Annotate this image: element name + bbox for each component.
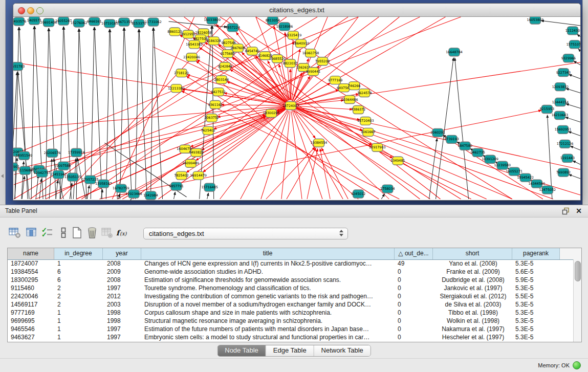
cell-short: Dudbridge et al. (2008) (433, 276, 512, 285)
graph-node-label: 17212126 (557, 142, 574, 146)
graph-node-label: 16961758 (302, 51, 319, 55)
cell-name: 9463627 (8, 334, 54, 342)
column-header-in_degree[interactable]: in_degree (54, 248, 103, 259)
graph-node-label: 13325419 (285, 33, 302, 37)
tab-node-table[interactable]: Node Table (217, 345, 266, 356)
citation-edge-red (221, 105, 285, 106)
graph-node-label: 17359924 (68, 150, 85, 155)
graph-node-label: 17957225 (82, 178, 99, 182)
cell-in_degree: 2 (54, 293, 103, 301)
citation-edge-black (36, 175, 38, 199)
graph-node-label: 2060291 (430, 130, 445, 135)
column-header-out_degree[interactable]: △ out_de... (395, 248, 433, 259)
citation-edge-black (541, 20, 580, 26)
cell-title: Estimation of the future numbers of pati… (141, 325, 395, 334)
column-header-year[interactable]: year (103, 248, 141, 259)
table-row[interactable]: 946362711997Embryonic stem cells: a mode… (8, 334, 581, 342)
graph-node-label: 2803144 (214, 78, 228, 82)
splitter-collapse-icon[interactable] (1, 174, 4, 178)
table-settings-icon[interactable] (8, 226, 21, 239)
status-bar: Memory: OK (0, 358, 588, 372)
function-builder-icon[interactable]: f (x) (116, 226, 129, 239)
cell-short: de Silva et al. (2003) (433, 301, 512, 309)
graph-node-label: 9462735 (470, 150, 485, 155)
citation-edge-red (261, 111, 289, 199)
new-file-icon[interactable] (71, 226, 84, 239)
table-row[interactable]: 969969511998Structural magnetic resonanc… (8, 317, 581, 325)
graph-node-label: 9242844 (218, 64, 232, 69)
citation-edge-black (154, 28, 162, 199)
node-table: namein_degreeyeartitle△ out_de...shortpa… (7, 248, 582, 342)
scrollbar-thumb[interactable] (575, 261, 581, 281)
table-row[interactable]: 1830029562008Estimation of significance … (8, 276, 581, 285)
table-row[interactable]: 1872400712008Changes of HCN gene express… (8, 260, 581, 268)
citation-edge-black (207, 193, 209, 199)
network-graph: 2493576140557120691406160552871527606264… (13, 17, 580, 200)
delete-table-icon (100, 226, 114, 239)
graph-node-label: 12475052 (539, 188, 556, 192)
cell-in_degree: 6 (54, 276, 103, 285)
table-row[interactable]: 1938455462009Genome-wide association stu… (8, 268, 581, 276)
graph-node-label: 18640910 (293, 41, 310, 46)
column-header-short[interactable]: short (433, 248, 512, 259)
cell-name: 18724007 (8, 260, 54, 268)
column-header-name[interactable]: name (8, 248, 54, 259)
table-row[interactable]: 977716911998Corpus callosum shape and si… (8, 309, 581, 317)
graph-node-label: 7825402 (174, 173, 188, 178)
cell-in_degree: 1 (54, 325, 103, 334)
column-header-title[interactable]: title (141, 248, 395, 259)
select-columns-icon[interactable]: ✓ ✓ (41, 226, 54, 239)
cell-year: 1997 (103, 334, 141, 342)
cell-out_degree: 0 (395, 309, 433, 317)
tab-network-table[interactable]: Network Table (314, 345, 371, 356)
network-canvas[interactable]: 2493576140557120691406160552871527606264… (13, 17, 580, 200)
citation-edge-black (570, 146, 580, 150)
cell-out_degree: 0 (395, 276, 433, 285)
cell-short: Yano et al. (2008) (433, 260, 512, 268)
graph-node-label: 6466161 (87, 19, 101, 24)
right-splitter[interactable] (582, 0, 588, 205)
graph-node-label: 2867608 (231, 46, 245, 50)
cell-short: Franke et al. (2009) (433, 268, 512, 276)
memory-status-label: Memory: OK (538, 362, 570, 368)
cell-title: Disruption of a novel member of a sodium… (141, 301, 395, 309)
graph-node-label: 2493576 (13, 19, 26, 24)
graph-node-label: 11731062 (145, 20, 162, 24)
graph-node-label: 9175685 (221, 52, 235, 56)
graph-node-label: 9245012 (351, 192, 365, 196)
left-splitter[interactable] (0, 0, 6, 205)
graph-node-label: 7857224 (226, 26, 240, 30)
delete-trash-icon[interactable] (85, 226, 99, 239)
graph-node-label: 18951549 (16, 154, 33, 158)
row-height-icon[interactable] (57, 226, 70, 239)
network-window-titlebar[interactable]: citations_edges.txt (13, 4, 580, 17)
table-row[interactable]: 2242004622012Investigating the contribut… (8, 293, 581, 301)
cell-out_degree: 0 (395, 334, 433, 342)
table-row[interactable]: 1456911722003Disruption of a novel membe… (8, 301, 581, 309)
graph-node-label: 10391209 (482, 157, 498, 161)
graph-node-label: 9227343 (556, 71, 571, 75)
cell-title: Embryonic stem cells: a model to study s… (141, 334, 395, 342)
citation-edge-red (291, 41, 293, 100)
column-header-pagerank[interactable]: pagerank (512, 248, 560, 259)
tab-edge-table[interactable]: Edge Table (266, 345, 314, 356)
table-scrollbar[interactable] (573, 259, 581, 342)
table-row[interactable]: 911546021997Tourette syndrome. Phenomeno… (8, 285, 581, 293)
table-source-select[interactable]: citations_edges.txt (143, 228, 348, 239)
svg-text:(x): (x) (120, 231, 127, 236)
graph-node-label: 16543382 (186, 42, 203, 47)
graph-node-label: 7690892 (556, 170, 571, 174)
table-row[interactable]: 946554611997Estimation of the future num… (8, 325, 581, 334)
citation-edge-black (39, 179, 41, 199)
close-panel-icon[interactable]: ✕ (576, 207, 582, 215)
show-columns-icon[interactable] (25, 226, 38, 239)
cell-name: 9699695 (8, 317, 54, 325)
cell-out_degree: 0 (395, 293, 433, 301)
graph-node-label: 15276062 (71, 21, 88, 25)
float-panel-icon[interactable] (562, 207, 570, 217)
cell-title: Changes of HCN gene expression and I(f) … (141, 260, 395, 268)
table-body: 1872400712008Changes of HCN gene express… (8, 260, 581, 342)
cell-out_degree: 0 (395, 317, 433, 325)
graph-node-label: 12942757 (34, 171, 51, 175)
cell-year: 2008 (103, 260, 141, 268)
